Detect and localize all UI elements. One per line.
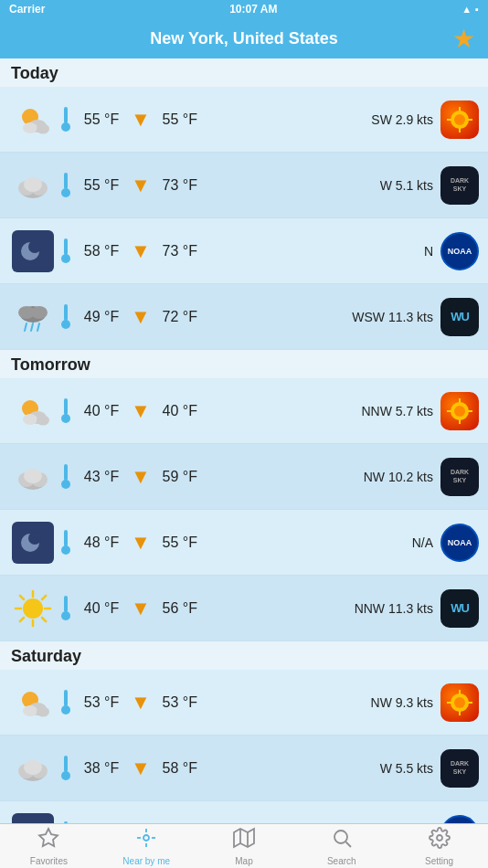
tab-map-label: Map [235, 856, 252, 866]
thermometer-icon [58, 105, 73, 134]
section-header-tomorrow: Tomorrow [0, 350, 488, 378]
temp-high: 55 °F [154, 111, 207, 128]
svg-rect-70 [64, 596, 68, 612]
wind-speed: NNW 11.3 kts [207, 601, 440, 616]
svg-line-30 [31, 323, 33, 331]
map-icon [233, 827, 255, 854]
tab-nearby-label: Near by me [122, 856, 170, 866]
weather-row[interactable]: 48 °F ▼ 55 °F N/A NOAA [0, 510, 488, 576]
weather-icon [9, 96, 57, 143]
svg-rect-23 [64, 238, 68, 255]
arrow-down-icon: ▼ [131, 399, 151, 423]
tab-favorites[interactable]: Favorites [0, 824, 98, 868]
tab-search-label: Search [327, 856, 356, 866]
weather-row[interactable]: 43 °F ▼ 59 °F NW 10.2 kts DARKSKY [0, 444, 488, 510]
svg-rect-4 [64, 107, 68, 123]
svg-rect-19 [65, 189, 67, 194]
weather-icon [9, 453, 57, 501]
tab-setting-label: Setting [425, 856, 453, 866]
svg-rect-93 [12, 813, 54, 824]
thermometer-icon [58, 688, 73, 717]
temp-high: 58 °F [154, 760, 207, 777]
weather-icon [9, 810, 57, 824]
weather-row[interactable]: 49 °F ▼ 72 °F WSW 11.3 kts WU [0, 284, 488, 350]
svg-marker-111 [39, 829, 58, 846]
weather-icon [9, 228, 57, 275]
search-icon [331, 827, 353, 854]
wind-speed: N [207, 244, 440, 259]
header: New York, United States ★ [0, 18, 488, 58]
weather-icon [9, 745, 57, 792]
arrow-down-icon: ▼ [131, 305, 151, 329]
svg-line-66 [20, 595, 24, 598]
temp-high: 73 °F [154, 243, 207, 259]
arrow-down-icon: ▼ [131, 531, 151, 555]
svg-rect-6 [65, 123, 67, 128]
wind-speed: NW 10.2 kts [207, 470, 440, 484]
arrow-down-icon: ▼ [131, 757, 151, 780]
temp-low: 49 °F [75, 309, 128, 325]
source-badge: DARKSKY [440, 166, 479, 205]
svg-point-22 [28, 240, 41, 253]
svg-point-2 [23, 122, 37, 133]
tab-search[interactable]: Search [292, 824, 390, 868]
temp-high: 56 °F [154, 600, 207, 617]
svg-point-16 [24, 177, 42, 192]
source-badge: NOAA [440, 524, 479, 562]
svg-rect-54 [65, 481, 67, 485]
weather-row[interactable]: 58 °F ▼ 73 °F N NOAA [0, 218, 488, 284]
weather-icon [9, 162, 57, 209]
svg-line-31 [37, 323, 39, 331]
tab-favorites-label: Favorites [30, 856, 68, 866]
location-icon [135, 827, 157, 854]
source-badge [440, 392, 479, 430]
temp-low: 40 °F [75, 600, 128, 617]
weather-row[interactable]: 38 °F ▼ 58 °F W 5.5 kts DARKSKY [0, 736, 488, 801]
time-label: 10:07 AM [229, 3, 277, 16]
source-badge: WU [440, 298, 479, 336]
svg-point-75 [23, 705, 37, 716]
temp-high: 55 °F [154, 535, 207, 551]
source-badge [440, 101, 479, 139]
svg-point-122 [437, 835, 442, 841]
svg-point-61 [23, 598, 43, 619]
weather-row[interactable]: 53 °F ▼ 53 °F NW 9.3 kts [0, 670, 488, 736]
status-bar: Carrier 10:07 AM ▲ ▪️ [0, 0, 488, 18]
weather-content: Today 55 °F ▼ 55 °F SW 2.9 kts [0, 58, 488, 823]
temp-low: 53 °F [75, 694, 128, 711]
svg-marker-117 [234, 829, 254, 847]
weather-icon [9, 585, 57, 632]
thermometer-icon [58, 171, 73, 200]
tab-nearby[interactable]: Near by me [98, 824, 196, 868]
svg-line-69 [20, 618, 24, 621]
arrow-down-icon: ▼ [131, 239, 151, 263]
svg-rect-17 [64, 173, 68, 189]
weather-row[interactable]: 39 °F ▼ 55 °F N/A NOAA [0, 801, 488, 823]
svg-rect-72 [65, 612, 67, 617]
tab-map[interactable]: Map [196, 824, 293, 868]
weather-row[interactable]: 55 °F ▼ 73 °F W 5.1 kts DARKSKY [0, 153, 488, 218]
tab-setting[interactable]: Setting [390, 824, 488, 868]
weather-icon [9, 293, 57, 341]
thermometer-icon [58, 594, 73, 623]
location-arrow-icon: ▲ [461, 4, 472, 15]
svg-rect-39 [64, 398, 68, 415]
weather-row[interactable]: 40 °F ▼ 56 °F NNW 11.3 kts WU [0, 576, 488, 641]
svg-rect-25 [65, 255, 67, 259]
svg-point-89 [24, 760, 42, 775]
svg-line-29 [25, 323, 27, 331]
temp-high: 59 °F [154, 469, 207, 485]
wind-speed: SW 2.9 kts [207, 112, 440, 127]
arrow-down-icon: ▼ [131, 597, 151, 620]
svg-line-67 [42, 618, 46, 621]
favorite-star-icon[interactable]: ★ [452, 24, 475, 54]
source-badge: NOAA [440, 815, 479, 824]
svg-line-121 [345, 842, 351, 847]
gear-icon [429, 827, 451, 854]
weather-row[interactable]: 40 °F ▼ 40 °F NNW 5.7 kts [0, 378, 488, 444]
weather-row[interactable]: 55 °F ▼ 55 °F SW 2.9 kts [0, 87, 488, 153]
arrow-down-icon: ▼ [131, 108, 151, 132]
source-badge: NOAA [440, 232, 479, 270]
wind-speed: NW 9.3 kts [207, 695, 440, 710]
svg-point-8 [454, 114, 465, 125]
